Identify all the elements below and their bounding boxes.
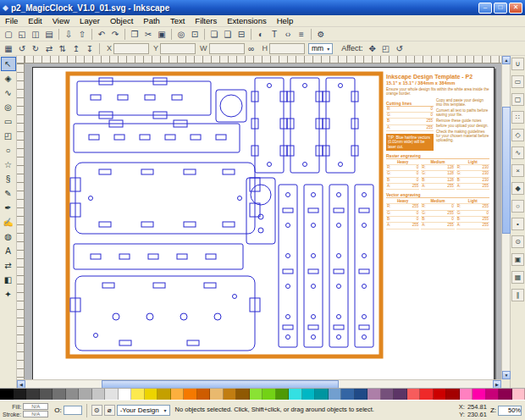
palette-swatch-30[interactable]: [394, 389, 407, 400]
palette-swatch-20[interactable]: [262, 389, 276, 400]
snap-bbox-button[interactable]: ▭: [511, 75, 524, 88]
layer-lock-toggle[interactable]: ⌀: [104, 405, 115, 416]
palette-swatch-17[interactable]: [224, 389, 237, 400]
menu-extensions[interactable]: Extensions: [222, 16, 271, 25]
snap-object-center-button[interactable]: ⊙: [511, 235, 524, 248]
redo-button[interactable]: ↷: [108, 28, 122, 41]
horizontal-scrollbar[interactable]: ◀ ▶: [17, 379, 501, 388]
horizontal-ruler[interactable]: [25, 56, 501, 64]
palette-swatch-7[interactable]: [92, 389, 106, 400]
menu-view[interactable]: View: [47, 16, 75, 25]
paste-button[interactable]: ▣: [155, 28, 169, 41]
xml-editor-button[interactable]: ‹›: [281, 28, 295, 41]
snap-guide-button[interactable]: ∥: [511, 289, 524, 301]
zoom-input[interactable]: [498, 406, 522, 416]
affect-rotate-button[interactable]: ↺: [393, 42, 406, 55]
box3d-tool[interactable]: ◰: [1, 129, 16, 143]
snap-smooth-node-button[interactable]: ○: [511, 200, 524, 213]
menu-help[interactable]: Help: [272, 16, 299, 25]
palette-swatch-12[interactable]: [158, 389, 171, 400]
palette-swatch-38[interactable]: [499, 389, 512, 400]
menu-object[interactable]: Object: [105, 16, 138, 25]
rectangle-tool[interactable]: ▭: [1, 114, 16, 129]
snap-bbox-corner-button[interactable]: ∷: [511, 111, 524, 124]
minimize-button[interactable]: –: [478, 3, 492, 14]
vertical-scroll-thumb[interactable]: [502, 107, 511, 234]
palette-swatch-36[interactable]: [472, 389, 486, 400]
h-input[interactable]: [269, 43, 305, 54]
palette-swatch-39[interactable]: [512, 389, 525, 400]
rotate-cw-button[interactable]: ↻: [29, 42, 42, 55]
zoom-tool[interactable]: ◎: [1, 100, 16, 114]
palette-swatch-23[interactable]: [302, 389, 316, 400]
palette-swatch-13[interactable]: [171, 389, 185, 400]
print-button[interactable]: ▤: [42, 28, 56, 41]
duplicate-button[interactable]: ❏: [207, 28, 221, 41]
copy-button[interactable]: ❐: [128, 28, 141, 41]
x-input[interactable]: [113, 43, 149, 54]
palette-swatch-35[interactable]: [460, 389, 473, 400]
palette-swatch-2[interactable]: [26, 389, 40, 400]
palette-swatch-22[interactable]: [289, 389, 302, 400]
palette-swatch-4[interactable]: [52, 389, 66, 400]
palette-swatch-29[interactable]: [381, 389, 395, 400]
open-document-button[interactable]: ◱: [15, 28, 29, 41]
lower-to-bottom-button[interactable]: ↧: [83, 42, 97, 55]
menu-file[interactable]: File: [0, 16, 23, 25]
paint-bucket-tool[interactable]: ◍: [1, 229, 16, 244]
scroll-up-arrow[interactable]: ▲: [502, 56, 511, 64]
snap-toggle-button[interactable]: ∪: [511, 58, 524, 70]
undo-button[interactable]: ↶: [95, 28, 108, 41]
star-tool[interactable]: ☆: [1, 158, 16, 172]
ellipse-tool[interactable]: ○: [1, 143, 16, 158]
menu-edit[interactable]: Edit: [23, 16, 47, 25]
calligraphy-tool[interactable]: ✍: [1, 215, 16, 229]
page[interactable]: Inkscape Design Template - P2 15.1" x 15…: [32, 67, 495, 379]
menu-path[interactable]: Path: [138, 16, 165, 25]
palette-swatch-5[interactable]: [66, 389, 80, 400]
layer-visibility-toggle[interactable]: ⊙: [91, 405, 102, 416]
palette-swatch-33[interactable]: [434, 389, 447, 400]
palette-swatch-9[interactable]: [119, 389, 132, 400]
select-all-button[interactable]: ▦: [2, 42, 15, 55]
menu-filters[interactable]: Filters: [190, 16, 222, 25]
palette-swatch-15[interactable]: [197, 389, 211, 400]
scroll-down-arrow[interactable]: ▼: [502, 371, 511, 379]
gradient-tool[interactable]: ◧: [1, 273, 16, 287]
palette-swatch-8[interactable]: [105, 389, 119, 400]
new-document-button[interactable]: ▢: [2, 28, 15, 41]
canvas[interactable]: Inkscape Design Template - P2 15.1" x 15…: [25, 64, 501, 379]
close-button[interactable]: ✕: [509, 3, 522, 14]
flip-horizontal-button[interactable]: ⇄: [42, 42, 56, 55]
preferences-button[interactable]: ⚙: [314, 28, 328, 41]
zoom-page-button[interactable]: ⊡: [188, 28, 202, 41]
lock-ratio-toggle[interactable]: ∞: [245, 42, 258, 55]
palette-swatch-14[interactable]: [184, 389, 197, 400]
snap-cusp-node-button[interactable]: ◆: [511, 182, 524, 195]
palette-swatch-16[interactable]: [210, 389, 224, 400]
palette-swatch-6[interactable]: [79, 389, 92, 400]
text-dialog-button[interactable]: T: [268, 28, 281, 41]
snap-grid-button[interactable]: ▦: [511, 271, 524, 284]
menu-text[interactable]: Text: [165, 16, 190, 25]
design-drawing[interactable]: [65, 71, 384, 359]
palette-swatch-24[interactable]: [315, 389, 329, 400]
export-button[interactable]: ⇧: [75, 28, 89, 41]
palette-swatch-32[interactable]: [420, 389, 434, 400]
palette-swatch-11[interactable]: [145, 389, 158, 400]
maximize-button[interactable]: □: [494, 3, 507, 14]
pencil-tool[interactable]: ✎: [1, 186, 16, 201]
palette-swatch-1[interactable]: [14, 389, 27, 400]
save-document-button[interactable]: ◫: [29, 28, 42, 41]
menu-layer[interactable]: Layer: [75, 16, 105, 25]
palette-swatch-3[interactable]: [40, 389, 53, 400]
snap-path-button[interactable]: ∿: [511, 146, 524, 159]
snap-midpoint-button[interactable]: •: [511, 218, 524, 230]
zoom-drawing-button[interactable]: ◎: [174, 28, 188, 41]
layer-selector[interactable]: -Your Design ▾: [117, 405, 170, 416]
flip-vertical-button[interactable]: ⇅: [56, 42, 69, 55]
palette-swatch-26[interactable]: [341, 389, 355, 400]
palette-swatch-28[interactable]: [368, 389, 381, 400]
text-tool[interactable]: A: [1, 244, 16, 258]
rotate-ccw-button[interactable]: ↺: [15, 42, 29, 55]
